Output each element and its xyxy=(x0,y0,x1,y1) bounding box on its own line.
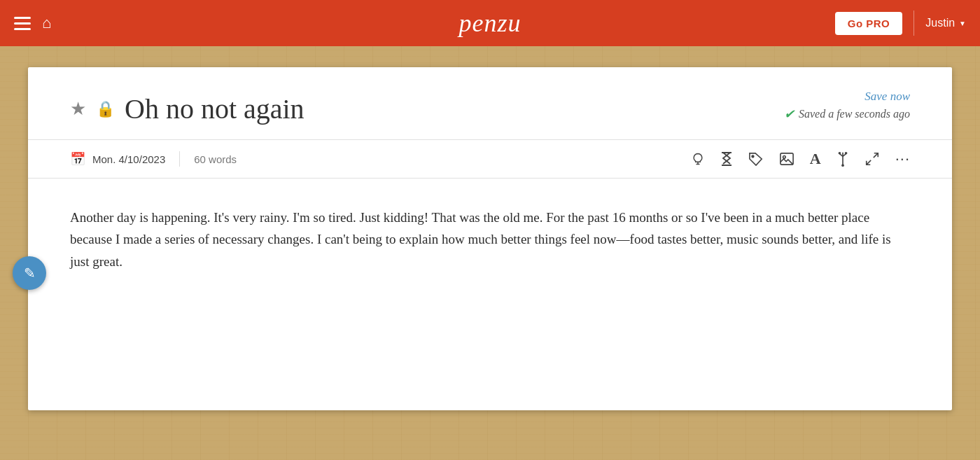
word-count: 60 words xyxy=(180,153,691,165)
date-text: Mon. 4/10/2023 xyxy=(92,153,165,165)
user-name: Justin xyxy=(925,17,955,29)
hamburger-menu-button[interactable] xyxy=(14,17,31,30)
font-icon[interactable]: A xyxy=(810,150,821,168)
hourglass-icon[interactable] xyxy=(720,151,733,167)
app-header: ⌂ penzu Go PRO Justin ▼ xyxy=(0,0,980,46)
svg-point-3 xyxy=(783,155,785,158)
edit-button[interactable]: ✎ xyxy=(13,256,46,290)
saved-status-text: Saved a few seconds ago xyxy=(799,108,910,120)
save-area: Save now ✔ Saved a few seconds ago xyxy=(784,90,910,122)
more-options-icon[interactable]: ··· xyxy=(895,150,910,168)
app-logo: penzu xyxy=(459,8,522,38)
check-icon: ✔ xyxy=(784,106,794,122)
user-menu[interactable]: Justin ▼ xyxy=(925,17,966,29)
header-right: Go PRO Justin ▼ xyxy=(835,11,966,36)
fork-icon[interactable] xyxy=(836,151,849,167)
lightbulb-icon[interactable] xyxy=(691,152,705,166)
header-left: ⌂ xyxy=(14,14,51,32)
svg-point-9 xyxy=(841,164,844,167)
go-pro-button[interactable]: Go PRO xyxy=(835,12,903,35)
toolbar-date: 📅 Mon. 4/10/2023 xyxy=(70,151,180,167)
saved-status: ✔ Saved a few seconds ago xyxy=(784,106,910,122)
svg-point-8 xyxy=(844,152,847,155)
lock-icon[interactable]: 🔒 xyxy=(96,100,115,118)
document-card: ✎ ★ 🔒 Oh no not again Save now ✔ Saved a… xyxy=(28,67,952,410)
doc-body-text: Another day is happening. It's very rain… xyxy=(70,207,910,272)
doc-body[interactable]: Another day is happening. It's very rain… xyxy=(28,179,952,314)
user-menu-caret: ▼ xyxy=(959,20,966,27)
home-button[interactable]: ⌂ xyxy=(42,14,51,32)
doc-toolbar: 📅 Mon. 4/10/2023 60 words xyxy=(28,140,952,179)
doc-header: ★ 🔒 Oh no not again Save now ✔ Saved a f… xyxy=(28,67,952,140)
expand-icon[interactable] xyxy=(864,151,880,167)
svg-point-1 xyxy=(752,155,754,158)
toolbar-icons: A ··· xyxy=(691,150,910,168)
star-icon[interactable]: ★ xyxy=(70,98,86,120)
svg-point-7 xyxy=(838,152,841,155)
save-now-link[interactable]: Save now xyxy=(784,90,910,104)
tag-icon[interactable] xyxy=(748,152,764,166)
image-icon[interactable] xyxy=(779,152,794,166)
pencil-icon: ✎ xyxy=(24,265,36,281)
header-divider xyxy=(913,11,914,36)
calendar-icon: 📅 xyxy=(70,151,85,167)
main-area: ✎ ★ 🔒 Oh no not again Save now ✔ Saved a… xyxy=(0,46,980,460)
